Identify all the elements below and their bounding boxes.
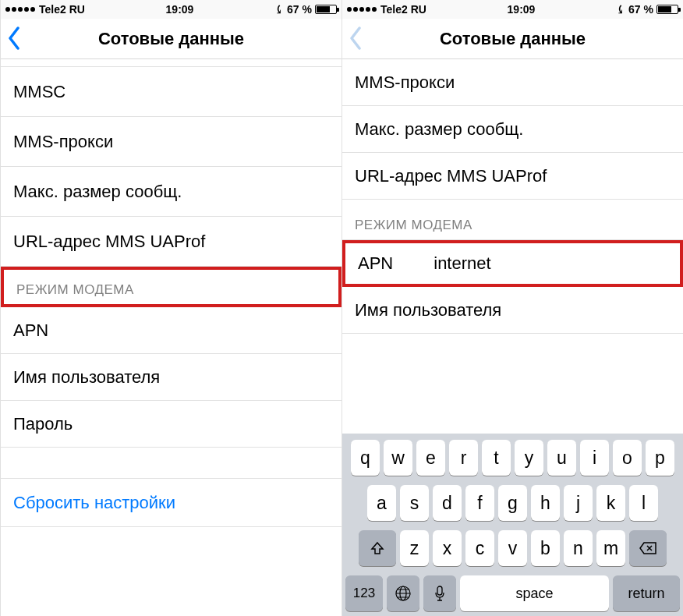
key-f[interactable]: f	[465, 485, 494, 521]
key-s[interactable]: s	[400, 485, 429, 521]
signal-dots-icon	[5, 7, 35, 12]
key-space[interactable]: space	[460, 575, 609, 611]
svg-rect-2	[437, 586, 442, 595]
key-mic[interactable]	[423, 575, 456, 611]
key-i[interactable]: i	[580, 440, 609, 476]
nav-bar: Сотовые данные	[1, 19, 342, 59]
key-c[interactable]: c	[465, 530, 494, 566]
nav-bar: Сотовые данные	[342, 19, 683, 59]
row-mms-proxy[interactable]: MMS-прокси	[1, 117, 342, 167]
status-time: 19:09	[85, 3, 274, 16]
battery-percent: 67 %	[628, 3, 653, 16]
battery-icon	[315, 5, 337, 14]
key-g[interactable]: g	[498, 485, 527, 521]
key-t[interactable]: t	[482, 440, 511, 476]
carrier-label: Tele2 RU	[380, 3, 426, 16]
row-username[interactable]: Имя пользователя	[342, 287, 683, 334]
status-bar: Tele2 RU 19:09 ⤹ 67 %	[1, 0, 342, 19]
key-d[interactable]: d	[433, 485, 462, 521]
settings-list: MMSC MMS-прокси Макс. размер сообщ. URL-…	[1, 59, 342, 616]
key-shift[interactable]	[359, 530, 396, 566]
chevron-left-icon	[7, 27, 21, 50]
reset-button[interactable]: Сбросить настройки	[1, 479, 342, 527]
back-button[interactable]	[349, 27, 363, 53]
apn-value: internet	[434, 253, 490, 274]
carrier-label: Tele2 RU	[39, 3, 85, 16]
row-max-msg[interactable]: Макс. размер сообщ.	[342, 106, 683, 153]
key-p[interactable]: p	[646, 440, 674, 476]
key-b[interactable]: b	[531, 530, 560, 566]
shift-icon	[370, 540, 385, 556]
rotation-lock-icon: ⤹	[274, 3, 284, 16]
row-username[interactable]: Имя пользователя	[1, 354, 342, 401]
signal-dots-icon	[347, 7, 377, 12]
row-truncated	[1, 59, 342, 67]
globe-icon	[395, 585, 412, 602]
blank-spacer	[1, 448, 342, 479]
key-m[interactable]: m	[596, 530, 625, 566]
section-modem: РЕЖИМ МОДЕМА	[1, 267, 342, 307]
chevron-left-icon	[349, 27, 363, 50]
page-title: Сотовые данные	[98, 29, 244, 49]
key-123[interactable]: 123	[345, 575, 383, 611]
status-time: 19:09	[426, 3, 616, 16]
keyboard-row-2: a s d f g h j k l	[345, 485, 680, 521]
keyboard-row-1: q w e r t y u i o p	[345, 440, 680, 476]
settings-list: MMS-прокси Макс. размер сообщ. URL-адрес…	[342, 59, 683, 434]
keyboard: q w e r t y u i o p a s d f g h j k l z	[342, 434, 683, 616]
row-mms-uaprof[interactable]: URL-адрес MMS UAProf	[1, 217, 342, 267]
key-a[interactable]: a	[367, 485, 396, 521]
key-o[interactable]: o	[613, 440, 642, 476]
battery-percent: 67 %	[287, 3, 312, 16]
key-z[interactable]: z	[400, 530, 429, 566]
rotation-lock-icon: ⤹	[616, 3, 625, 16]
key-j[interactable]: j	[564, 485, 593, 521]
row-password[interactable]: Пароль	[1, 401, 342, 448]
key-n[interactable]: n	[564, 530, 593, 566]
mic-icon	[434, 585, 446, 602]
page-title: Сотовые данные	[440, 29, 586, 49]
key-r[interactable]: r	[449, 440, 478, 476]
back-button[interactable]	[7, 27, 21, 53]
row-apn[interactable]: APN	[1, 307, 342, 354]
apn-label: APN	[358, 253, 393, 274]
phone-left: Tele2 RU 19:09 ⤹ 67 % Сотовые данные MMS…	[0, 0, 342, 616]
key-x[interactable]: x	[433, 530, 462, 566]
keyboard-row-4: 123 space return	[345, 575, 680, 611]
row-mms-uaprof[interactable]: URL-адрес MMS UAProf	[342, 153, 683, 200]
key-v[interactable]: v	[498, 530, 527, 566]
row-max-msg[interactable]: Макс. размер сообщ.	[1, 167, 342, 217]
phone-right: Tele2 RU 19:09 ⤹ 67 % Сотовые данные MMS…	[342, 0, 683, 616]
row-mmsc[interactable]: MMSC	[1, 67, 342, 117]
key-globe[interactable]	[387, 575, 419, 611]
key-y[interactable]: y	[515, 440, 543, 476]
battery-icon	[656, 5, 678, 14]
key-h[interactable]: h	[531, 485, 560, 521]
key-e[interactable]: e	[416, 440, 445, 476]
row-mms-proxy[interactable]: MMS-прокси	[342, 59, 683, 106]
backspace-icon	[639, 541, 657, 555]
status-bar: Tele2 RU 19:09 ⤹ 67 %	[342, 0, 683, 19]
row-apn[interactable]: APN internet	[342, 240, 683, 287]
key-u[interactable]: u	[547, 440, 576, 476]
key-backspace[interactable]	[629, 530, 667, 566]
key-q[interactable]: q	[351, 440, 380, 476]
key-return[interactable]: return	[613, 575, 680, 611]
section-modem: РЕЖИМ МОДЕМА	[342, 200, 683, 240]
keyboard-row-3: z x c v b n m	[345, 530, 680, 566]
key-w[interactable]: w	[384, 440, 412, 476]
key-k[interactable]: k	[596, 485, 625, 521]
key-l[interactable]: l	[629, 485, 658, 521]
